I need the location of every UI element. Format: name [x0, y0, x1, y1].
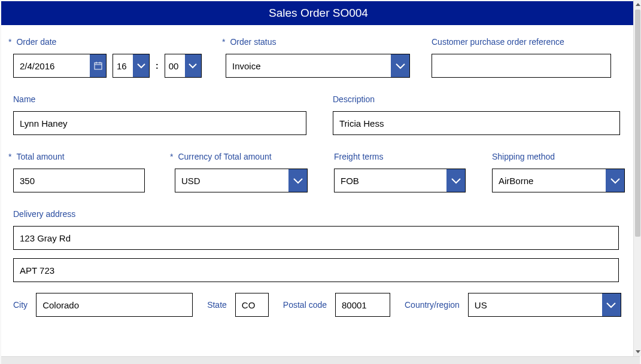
window-title: Sales Order SO004: [1, 1, 636, 25]
postal-code-label: Postal code: [283, 300, 327, 310]
city-input[interactable]: Colorado: [36, 293, 193, 317]
postal-code-input[interactable]: 80001: [335, 293, 390, 317]
chevron-down-icon: [136, 63, 146, 69]
svg-rect-0: [95, 63, 102, 69]
freight-terms-label: Freight terms: [334, 152, 466, 161]
order-date-label: Order date: [8, 37, 222, 47]
total-amount-label: Total amount: [8, 152, 145, 161]
scroll-up-button[interactable]: [634, 0, 641, 9]
customer-po-label: Customer purchase order reference: [432, 37, 622, 47]
freight-terms-dropdown-button[interactable]: [446, 169, 466, 192]
vertical-scrollbar[interactable]: [633, 0, 641, 356]
address-line1-input[interactable]: 123 Gray Rd: [13, 226, 619, 250]
form-body: Order date 2/4/2016 16 :: [1, 25, 636, 357]
calendar-button[interactable]: [90, 54, 107, 78]
country-select[interactable]: US: [468, 293, 602, 317]
minute-input[interactable]: 00: [165, 54, 185, 78]
shipping-method-label: Shipping method: [492, 152, 625, 161]
chevron-down-icon: [451, 178, 461, 184]
scroll-thumb[interactable]: [635, 10, 640, 237]
country-dropdown-button[interactable]: [602, 293, 621, 317]
delivery-address-label: Delivery address: [13, 209, 622, 219]
chevron-down-icon: [636, 350, 640, 353]
city-label: City: [13, 300, 28, 310]
minute-dropdown-button[interactable]: [185, 54, 202, 78]
order-status-select[interactable]: Invoice: [226, 54, 391, 78]
shipping-method-select[interactable]: AirBorne: [492, 169, 606, 192]
chevron-down-icon: [606, 302, 616, 308]
currency-label: Currency of Total amount: [170, 152, 308, 161]
hour-input[interactable]: 16: [113, 54, 133, 78]
address-line2-input[interactable]: APT 723: [13, 258, 619, 282]
shipping-method-dropdown-button[interactable]: [606, 169, 625, 192]
hour-dropdown-button[interactable]: [133, 54, 150, 78]
chevron-down-icon: [188, 63, 198, 69]
name-input[interactable]: Lynn Haney: [13, 111, 306, 135]
name-label: Name: [13, 94, 306, 104]
order-status-label: Order status: [222, 37, 432, 47]
customer-po-input[interactable]: [432, 54, 611, 78]
time-separator: :: [156, 61, 159, 71]
state-label: State: [207, 300, 227, 310]
order-status-dropdown-button[interactable]: [391, 54, 410, 78]
scroll-down-button[interactable]: [634, 347, 641, 356]
order-date-input[interactable]: 2/4/2016: [13, 54, 90, 78]
state-input[interactable]: CO: [235, 293, 269, 317]
country-label: Country/region: [405, 300, 460, 310]
chevron-down-icon: [293, 178, 303, 184]
currency-dropdown-button[interactable]: [288, 169, 308, 192]
description-label: Description: [333, 94, 622, 104]
chevron-down-icon: [610, 178, 621, 184]
description-input[interactable]: Tricia Hess: [333, 111, 620, 135]
currency-select[interactable]: USD: [175, 169, 288, 192]
chevron-down-icon: [395, 63, 406, 69]
chevron-up-icon: [636, 3, 640, 6]
freight-terms-select[interactable]: FOB: [334, 169, 446, 192]
total-amount-input[interactable]: 350: [13, 169, 145, 192]
calendar-icon: [94, 62, 102, 70]
window-bottom-border: [1, 356, 640, 364]
